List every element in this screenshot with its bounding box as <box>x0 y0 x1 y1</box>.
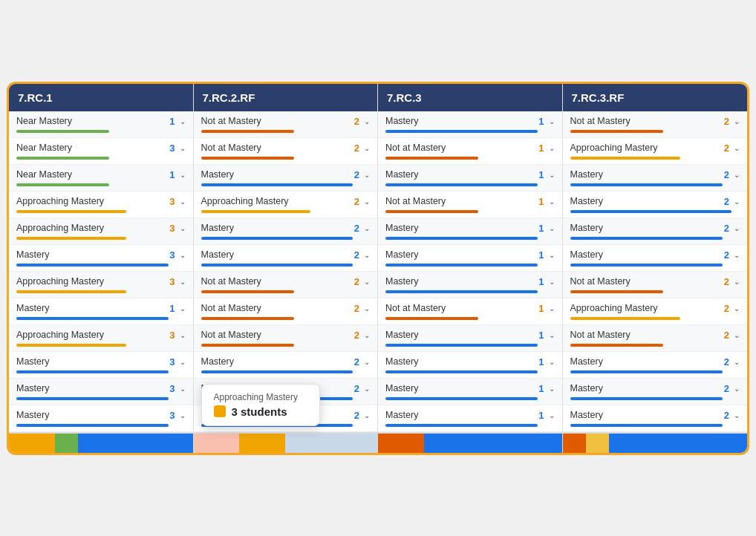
table-row: Approaching Mastery2⌄ <box>194 192 378 218</box>
bar-segment[interactable] <box>78 434 193 453</box>
progress-bar <box>16 290 126 293</box>
chevron-down-icon[interactable]: ⌄ <box>364 331 370 339</box>
score-number: 3 <box>169 330 175 341</box>
chevron-down-icon[interactable]: ⌄ <box>364 117 370 125</box>
table-row: Mastery1⌄ <box>9 298 193 325</box>
chevron-down-icon[interactable]: ⌄ <box>364 304 370 313</box>
chevron-down-icon[interactable]: ⌄ <box>734 385 740 393</box>
status-label: Mastery <box>385 116 538 126</box>
chevron-down-icon[interactable]: ⌄ <box>549 224 555 232</box>
score-number: 2 <box>354 383 359 394</box>
bar-segment[interactable] <box>239 434 285 453</box>
chevron-down-icon[interactable]: ⌄ <box>364 197 370 206</box>
status-label: Mastery <box>570 196 724 206</box>
progress-bar <box>201 157 294 160</box>
chevron-down-icon[interactable]: ⌄ <box>549 358 555 366</box>
progress-bar <box>385 210 478 213</box>
score-number: 2 <box>724 330 729 341</box>
table-row: Not at Mastery1⌄ <box>378 138 562 165</box>
bar-segment[interactable] <box>609 434 747 453</box>
chevron-down-icon[interactable]: ⌄ <box>734 304 740 313</box>
chevron-down-icon[interactable]: ⌄ <box>734 197 740 206</box>
chevron-down-icon[interactable]: ⌄ <box>549 251 555 259</box>
chevron-down-icon[interactable]: ⌄ <box>734 251 740 259</box>
chevron-down-icon[interactable]: ⌄ <box>734 171 740 179</box>
status-label: Not at Mastery <box>201 116 354 126</box>
chevron-down-icon[interactable]: ⌄ <box>364 224 370 232</box>
chevron-down-icon[interactable]: ⌄ <box>364 278 370 286</box>
table-row: Mastery1⌄ <box>378 352 562 379</box>
chevron-down-icon[interactable]: ⌄ <box>734 224 740 232</box>
table-row: Mastery1⌄ <box>378 325 562 352</box>
chevron-down-icon[interactable]: ⌄ <box>364 358 370 366</box>
chevron-down-icon[interactable]: ⌄ <box>549 331 555 339</box>
bottom-summary-bar[interactable] <box>194 432 378 453</box>
chevron-down-icon[interactable]: ⌄ <box>549 411 555 419</box>
bar-segment[interactable] <box>194 434 240 453</box>
chevron-down-icon[interactable]: ⌄ <box>734 411 740 419</box>
progress-bar <box>385 157 478 160</box>
bar-segment[interactable] <box>55 434 78 453</box>
chevron-down-icon[interactable]: ⌄ <box>734 144 740 152</box>
score-number: 1 <box>538 116 544 127</box>
table-row: Mastery1⌄ <box>378 379 562 405</box>
progress-bar <box>570 157 681 160</box>
score-number: 2 <box>724 249 729 261</box>
chevron-down-icon[interactable]: ⌄ <box>734 278 740 286</box>
bottom-summary-bar[interactable] <box>563 432 748 453</box>
chevron-down-icon[interactable]: ⌄ <box>364 171 370 179</box>
status-label: Mastery <box>385 410 538 420</box>
chevron-down-icon[interactable]: ⌄ <box>549 171 555 179</box>
chevron-down-icon[interactable]: ⌄ <box>549 144 555 152</box>
table-row: Approaching Mastery3⌄ <box>9 272 193 298</box>
chevron-down-icon[interactable]: ⌄ <box>549 385 555 393</box>
chevron-down-icon[interactable]: ⌄ <box>180 411 186 419</box>
chevron-down-icon[interactable]: ⌄ <box>180 224 186 232</box>
chevron-down-icon[interactable]: ⌄ <box>364 411 370 419</box>
chevron-down-icon[interactable]: ⌄ <box>180 358 186 366</box>
bar-segment[interactable] <box>424 434 562 453</box>
bottom-summary-bar[interactable] <box>9 432 193 453</box>
chevron-down-icon[interactable]: ⌄ <box>549 197 555 206</box>
chevron-down-icon[interactable]: ⌄ <box>549 304 555 313</box>
progress-bar <box>16 237 126 240</box>
chevron-down-icon[interactable]: ⌄ <box>180 278 186 286</box>
score-number: 2 <box>354 356 359 367</box>
bottom-summary-bar[interactable] <box>378 432 562 453</box>
chevron-down-icon[interactable]: ⌄ <box>364 144 370 152</box>
bar-segment[interactable] <box>586 434 609 453</box>
progress-bar <box>570 264 723 267</box>
chevron-down-icon[interactable]: ⌄ <box>364 385 370 393</box>
chevron-down-icon[interactable]: ⌄ <box>180 171 186 179</box>
table-row: Mastery1⌄ <box>378 218 562 245</box>
table-row: Approaching Mastery2⌄ <box>563 298 748 325</box>
chevron-down-icon[interactable]: ⌄ <box>734 331 740 339</box>
chevron-down-icon[interactable]: ⌄ <box>180 331 186 339</box>
bar-segment[interactable] <box>563 434 586 453</box>
progress-bar <box>570 183 723 186</box>
chevron-down-icon[interactable]: ⌄ <box>180 117 186 125</box>
table-row: Mastery1⌄ <box>378 245 562 272</box>
table-row: Not at Mastery2⌄ <box>563 111 748 138</box>
chevron-down-icon[interactable]: ⌄ <box>180 197 186 206</box>
chevron-down-icon[interactable]: ⌄ <box>734 117 740 125</box>
bar-segment[interactable] <box>9 434 55 453</box>
bar-segment[interactable] <box>378 434 424 453</box>
chevron-down-icon[interactable]: ⌄ <box>549 117 555 125</box>
chevron-down-icon[interactable]: ⌄ <box>180 385 186 393</box>
bar-segment[interactable] <box>285 434 377 453</box>
progress-bar <box>385 424 538 427</box>
table-row: Mastery2⌄ <box>563 245 748 272</box>
chevron-down-icon[interactable]: ⌄ <box>180 144 186 152</box>
col-header-col1: 7.RC.1 <box>9 84 193 111</box>
score-number: 2 <box>354 276 359 287</box>
chevron-down-icon[interactable]: ⌄ <box>549 278 555 286</box>
chevron-down-icon[interactable]: ⌄ <box>734 358 740 366</box>
status-label: Mastery <box>16 356 169 367</box>
table-row: Near Mastery3⌄ <box>9 138 193 165</box>
status-label: Mastery <box>385 169 538 180</box>
chevron-down-icon[interactable]: ⌄ <box>180 251 186 259</box>
chevron-down-icon[interactable]: ⌄ <box>364 251 370 259</box>
table-row: Mastery2⌄ <box>563 218 748 245</box>
chevron-down-icon[interactable]: ⌄ <box>180 304 186 313</box>
